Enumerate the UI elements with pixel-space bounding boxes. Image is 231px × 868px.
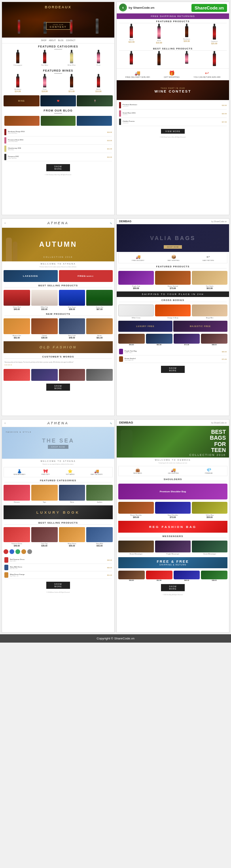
final-bag-shape-3 <box>174 571 200 579</box>
new-product-4[interactable]: Winter $61.00 <box>86 318 113 339</box>
valia-shop-btn[interactable]: SHOP NOW <box>164 245 182 249</box>
athena2-categories: Dresses Tops Skirts Jackets <box>2 484 114 504</box>
athena2-table-info-1: Red Summer Dress Size S, M, L <box>10 558 106 562</box>
messenger-2[interactable]: Purple Messenger <box>155 541 191 555</box>
shoulder-3[interactable]: Yellow Bag $58.00 <box>192 502 227 518</box>
wine2-product-2[interactable]: Rosé $19.99 <box>146 26 172 45</box>
new-price-2: $38.00 <box>31 337 58 339</box>
athena2-best-1[interactable]: Summer Dress $49.00 <box>4 527 30 547</box>
more-bag-3[interactable]: $71.00 <box>174 334 200 346</box>
wine1-featured-products: Bordeaux $24.99 Rosé $18.99 Pinot $21.99… <box>2 75 114 94</box>
athena1-show-more[interactable]: SHOW MORE <box>46 384 70 391</box>
wine1-show-more[interactable]: SHOW MORE <box>46 164 70 171</box>
bag-2[interactable]: Brown Satchel $75.99 <box>155 271 191 289</box>
promo-majestic[interactable]: MAJESTIC FREE <box>173 321 227 332</box>
athena2-show-more[interactable]: SHOW MORE <box>46 582 70 589</box>
dembag-welcome-desc: Trendy bags for the modern teen. Quality… <box>117 462 229 465</box>
more-product-2[interactable] <box>31 369 58 381</box>
athena2-best-3[interactable]: Wrap Dress $55.00 <box>59 527 85 547</box>
contest-banner-title: WINE CONTEST <box>155 89 191 93</box>
swatch-2[interactable] <box>9 549 14 554</box>
shoulder-1[interactable]: Brown Shoulder $65.00 <box>118 502 154 518</box>
athena2-best-4[interactable]: Navy Midi $42.00 <box>86 527 113 547</box>
fashion-product-3[interactable]: Blue Gown $58.00 <box>59 290 85 310</box>
athena2-cat-2[interactable]: Tops <box>31 485 58 503</box>
w2-table-price-2: $22.99 <box>222 113 227 115</box>
cross-1[interactable]: White Cross <box>118 304 154 319</box>
promo-free[interactable]: FREEFABRIC <box>59 270 113 282</box>
new-product-1[interactable]: Autumn Set $52.00 <box>4 318 30 339</box>
final-bag-4[interactable]: $38.00 <box>201 571 227 581</box>
shoulder-2[interactable]: Navy Shoulder $72.00 <box>155 502 191 518</box>
wine2-product-3[interactable]: Bordeaux $28.99 <box>174 26 200 45</box>
wine2-product-4[interactable]: Cabernet $25.99 <box>201 26 227 45</box>
blog-2[interactable] <box>41 116 76 126</box>
messenger-3[interactable]: Green Messenger <box>192 541 227 555</box>
feature-return: ↩ YOU CAN RETURN W/IN 48H <box>193 70 220 78</box>
new-product-3[interactable]: Navy Look $49.00 <box>59 318 85 339</box>
fashion-product-4[interactable]: Green Set $67.00 <box>86 290 113 310</box>
more-product-1[interactable] <box>4 369 30 381</box>
blog-1[interactable] <box>4 116 40 126</box>
more-bag-1[interactable]: $95.00 <box>118 334 145 346</box>
delivery-icon: 🚚 <box>132 255 144 259</box>
fashion-product-2[interactable]: White Top $32.00 <box>31 290 58 310</box>
category-red[interactable]: Red Wine <box>32 52 57 66</box>
dembag-final-products: $45.00 $52.00 $48.00 $38.00 <box>117 569 229 582</box>
nav-item-about[interactable]: ABOUT <box>49 39 56 42</box>
bottle-rose <box>97 52 100 63</box>
promo-luxury[interactable]: LUXURY FREE <box>118 321 172 332</box>
final-bag-2[interactable]: $52.00 <box>146 571 172 581</box>
wine2-best-2[interactable] <box>146 53 172 67</box>
athena2-search[interactable]: 🔍 <box>110 422 112 424</box>
wine2-product-1[interactable]: Merlot $22.99 <box>118 26 145 45</box>
athena2-best-price-2: $35.00 <box>31 545 58 547</box>
wine2-best-4[interactable] <box>201 53 227 67</box>
swatch-1[interactable] <box>4 549 8 554</box>
athena2-cat-3[interactable]: Skirts <box>59 485 85 503</box>
category-champagne[interactable]: Champagne <box>5 52 30 66</box>
nav-item-contact[interactable]: CONTACT <box>66 39 76 42</box>
dembag-logo-sub: by ShareCode.vn <box>211 422 227 424</box>
product-4[interactable]: Merlot $16.99 <box>86 76 111 93</box>
athena2-cat-1[interactable]: Dresses <box>4 485 30 503</box>
category-rose[interactable]: Rosé <box>86 52 111 66</box>
cross-2[interactable]: Orange X-Body <box>155 304 191 319</box>
promo-lakeside[interactable]: LAKESIDE <box>4 270 58 282</box>
delivery-icon: 🚚 <box>125 70 150 76</box>
cross-3[interactable]: Beige Mini <box>192 304 227 319</box>
athena2-cat-4[interactable]: Jackets <box>86 485 113 503</box>
swatch-3[interactable] <box>15 549 20 554</box>
wine2-view-more[interactable]: VIEW MORE <box>161 129 185 134</box>
swatch-4[interactable] <box>21 549 26 554</box>
blog-3[interactable] <box>77 116 112 126</box>
dembag-show-more[interactable]: SHOW MORE <box>161 584 185 591</box>
product-2[interactable]: Rosé $18.99 <box>32 76 57 93</box>
more-bag-4[interactable]: $68.00 <box>201 334 227 346</box>
athena2-menu[interactable]: ☰ <box>4 422 6 424</box>
final-bag-3[interactable]: $48.00 <box>174 571 200 581</box>
fashion-product-1[interactable]: Dress Red $45.00 <box>4 290 30 310</box>
wine2-best-1[interactable] <box>118 53 145 67</box>
more-bag-2[interactable]: $82.00 <box>146 334 172 346</box>
new-product-2[interactable]: Casual $38.00 <box>31 318 58 339</box>
nav-item-shop[interactable]: SHOP <box>41 39 46 42</box>
messenger-1[interactable]: Brown Messenger <box>118 541 154 555</box>
w2-table-info-3: Chablis Premier ★★★★★ <box>123 120 220 124</box>
more-product-4[interactable] <box>86 369 113 381</box>
bag-1[interactable]: Purple Tote $89.99 <box>118 271 154 289</box>
wine2-best-3[interactable] <box>174 53 200 67</box>
nav-item-blog[interactable]: BLOG <box>58 39 64 42</box>
final-bag-shape-4 <box>201 571 227 579</box>
athena2-best-2[interactable]: Lace Top $35.00 <box>31 527 58 547</box>
valia-show-more[interactable]: SHOW MORE <box>161 366 185 373</box>
athena1-customer-title: CUSTOMER'S WORDS <box>4 354 112 359</box>
product-1[interactable]: Bordeaux $24.99 <box>5 76 30 93</box>
more-product-3[interactable] <box>59 369 85 381</box>
category-white[interactable]: White Wine <box>59 52 84 66</box>
product-3[interactable]: Pinot $21.99 <box>59 76 84 93</box>
bag-3[interactable]: Tan Clutch $62.99 <box>192 271 227 289</box>
final-bag-1[interactable]: $45.00 <box>118 571 145 581</box>
big-bag[interactable]: Premium Shoulder Bag <box>118 484 227 499</box>
swatch-5[interactable] <box>27 549 32 554</box>
